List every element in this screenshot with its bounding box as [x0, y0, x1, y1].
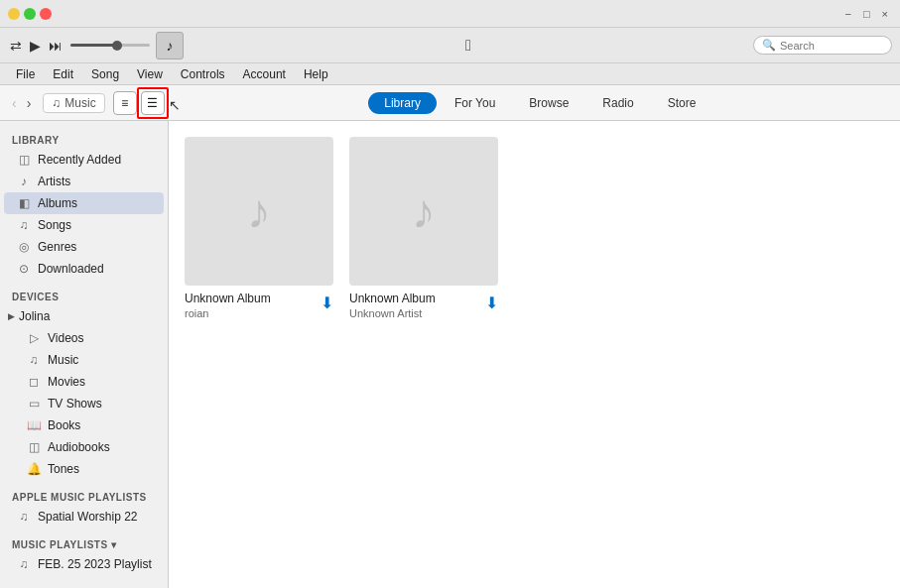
content-area: ♪ Unknown Album roian ⬇ ♪ Unknown A	[169, 121, 900, 588]
sidebar-item-recently-added[interactable]: ◫ Recently Added	[4, 149, 164, 171]
restore-button[interactable]	[24, 8, 36, 20]
sidebar-item-music[interactable]: ♫ Music	[4, 349, 164, 371]
device-jolina-row[interactable]: ▶ Jolina	[0, 305, 168, 327]
menu-bar: File Edit Song View Controls Account Hel…	[0, 63, 900, 85]
menu-help[interactable]: Help	[296, 65, 336, 83]
download-button-1[interactable]: ⬇	[321, 294, 333, 312]
download-button-2[interactable]: ⬇	[485, 294, 498, 312]
music-playlists-header[interactable]: Music Playlists ▾	[0, 533, 168, 553]
recently-added-icon: ◫	[16, 153, 32, 167]
album-art-placeholder-1: ♪	[247, 184, 271, 239]
menu-file[interactable]: File	[8, 65, 43, 83]
menu-view[interactable]: View	[129, 65, 171, 83]
nav-breadcrumb: ♫ Music	[43, 93, 104, 113]
breadcrumb-label: Music	[64, 96, 95, 110]
menu-account[interactable]: Account	[235, 65, 294, 83]
play-button[interactable]: ▶	[28, 36, 43, 56]
artists-icon: ♪	[16, 175, 32, 188]
tab-for-you[interactable]: For You	[439, 92, 511, 114]
album-card-2[interactable]: ♪ Unknown Album Unknown Artist ⬇	[349, 137, 498, 319]
spatial-worship-icon: ♫	[16, 510, 32, 524]
progress-bar[interactable]	[70, 44, 150, 47]
sidebar-item-spatial-worship[interactable]: ♫ Spatial Worship 22	[4, 506, 164, 528]
tv-shows-icon: ▭	[26, 397, 42, 411]
breadcrumb-icon: ♫	[52, 96, 61, 110]
movies-label: Movies	[48, 375, 85, 389]
books-icon: 📖	[26, 418, 42, 432]
list-view-button[interactable]: ≡	[113, 91, 137, 115]
audiobooks-icon: ◫	[26, 440, 42, 454]
progress-bar-container[interactable]	[70, 44, 150, 47]
device-name-label: Jolina	[19, 309, 50, 323]
title-bar-right: − □ ×	[840, 8, 892, 20]
menu-song[interactable]: Song	[83, 65, 127, 83]
menu-edit[interactable]: Edit	[45, 65, 81, 83]
album-thumbnail-1: ♪	[185, 137, 333, 286]
sidebar-item-artists[interactable]: ♪ Artists	[4, 171, 164, 192]
sidebar-item-albums[interactable]: ◧ Albums	[4, 192, 164, 214]
album-name-1: Unknown Album	[185, 292, 321, 305]
menu-controls[interactable]: Controls	[173, 65, 233, 83]
window-controls[interactable]	[8, 8, 52, 20]
music-icon: ♫	[26, 353, 42, 367]
close-button[interactable]	[40, 8, 52, 20]
albums-icon: ◧	[16, 196, 32, 210]
highlighted-control-wrapper: ☰	[141, 91, 165, 115]
nav-bar: ‹ › ♫ Music ≡ ☰ ↖ Library For You Browse…	[0, 85, 900, 121]
album-art-icon: ♪	[167, 38, 174, 54]
close-icon[interactable]: ×	[878, 8, 892, 20]
restore-icon[interactable]: −	[840, 8, 854, 20]
tab-browse[interactable]: Browse	[513, 92, 584, 114]
search-input[interactable]	[780, 40, 883, 52]
transport-controls: ⇄ ▶ ⏭	[8, 36, 64, 56]
minimize-button[interactable]	[8, 8, 20, 20]
genres-icon: ◎	[16, 240, 32, 254]
movies-icon: ◻	[26, 375, 42, 389]
audiobooks-label: Audiobooks	[48, 440, 110, 454]
sidebar-item-tv-shows[interactable]: ▭ TV Shows	[4, 393, 164, 414]
next-button[interactable]: ⏭	[47, 36, 64, 56]
tab-library[interactable]: Library	[368, 92, 437, 114]
sidebar-item-videos[interactable]: ▷ Videos	[4, 327, 164, 349]
search-icon: 🔍	[762, 39, 776, 52]
album-card-1[interactable]: ♪ Unknown Album roian ⬇	[185, 137, 333, 319]
feb-playlist-label: FEB. 25 2023 Playlist	[38, 557, 152, 571]
sidebar-item-movies[interactable]: ◻ Movies	[4, 371, 164, 393]
back-button[interactable]: ‹	[8, 93, 21, 113]
title-bar: − □ ×	[0, 0, 900, 28]
sidebar-item-feb-playlist[interactable]: ♫ FEB. 25 2023 Playlist	[4, 553, 164, 575]
grid-view-icon: ☰	[147, 96, 158, 110]
devices-section-header: Devices	[0, 286, 168, 305]
tabs-bar: Library For You Browse Radio Store	[189, 92, 892, 114]
grid-view-button[interactable]: ☰	[141, 91, 165, 115]
max-icon[interactable]: □	[859, 8, 874, 20]
progress-knob	[112, 41, 122, 51]
search-box[interactable]: 🔍	[753, 36, 892, 55]
album-info-2: Unknown Album Unknown Artist ⬇	[349, 292, 498, 319]
tab-store[interactable]: Store	[652, 92, 712, 114]
sidebar-item-audiobooks[interactable]: ◫ Audiobooks	[4, 436, 164, 458]
album-text-1: Unknown Album roian	[185, 292, 321, 319]
sidebar-item-genres[interactable]: ◎ Genres	[4, 236, 164, 258]
sidebar-item-songs[interactable]: ♫ Songs	[4, 214, 164, 236]
forward-button[interactable]: ›	[23, 93, 36, 113]
sidebar-item-tones[interactable]: 🔔 Tones	[4, 458, 164, 480]
tones-label: Tones	[48, 462, 79, 476]
library-section-header: Library	[0, 129, 168, 149]
album-thumbnail-2: ♪	[349, 137, 498, 286]
nav-right-controls: ≡ ☰ ↖	[113, 91, 181, 115]
tab-radio[interactable]: Radio	[586, 92, 649, 114]
shuffle-button[interactable]: ⇄	[8, 36, 24, 56]
sidebar-item-downloaded[interactable]: ⊙ Downloaded	[4, 258, 164, 280]
sidebar-item-books[interactable]: 📖 Books	[4, 414, 164, 436]
album-art-button[interactable]: ♪	[156, 32, 184, 59]
songs-icon: ♫	[16, 218, 32, 232]
albums-label: Albums	[38, 196, 77, 210]
tv-shows-label: TV Shows	[48, 397, 102, 411]
album-name-2: Unknown Album	[349, 292, 485, 305]
videos-label: Videos	[48, 331, 83, 345]
music-label: Music	[48, 353, 78, 367]
album-artist-2: Unknown Artist	[349, 307, 485, 319]
books-label: Books	[48, 418, 80, 432]
artists-label: Artists	[38, 175, 70, 188]
